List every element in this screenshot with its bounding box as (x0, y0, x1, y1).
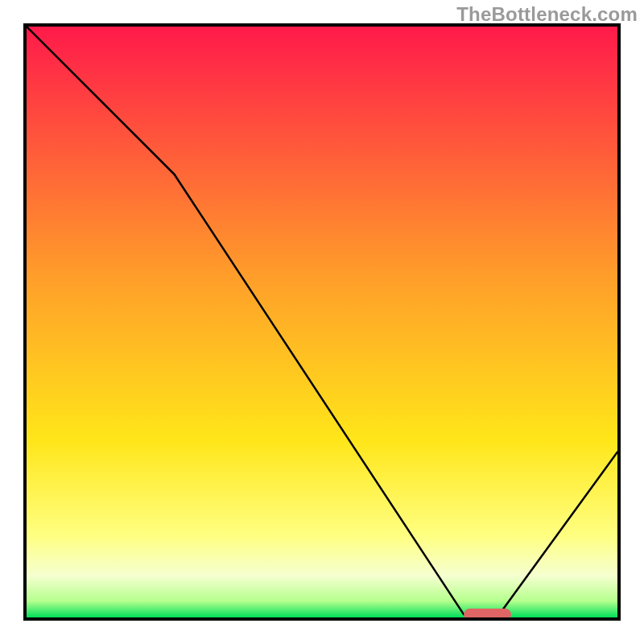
chart-frame: TheBottleneck.com (0, 0, 644, 644)
plot-area (23, 23, 621, 621)
watermark-text: TheBottleneck.com (456, 3, 638, 26)
optimal-range-marker (464, 609, 511, 617)
plot-svg (27, 27, 617, 617)
